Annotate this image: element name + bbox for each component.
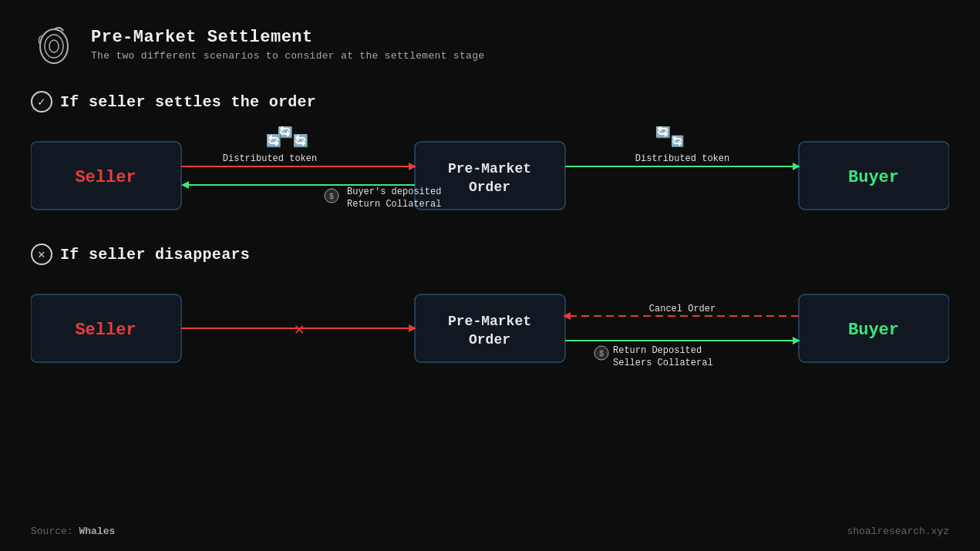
arrow3-label: Distributed token	[635, 153, 729, 164]
footer-source: Source: Whales	[31, 526, 115, 537]
order1-label: Pre-Market	[448, 161, 531, 176]
arrow2-label2: Return Collateral	[347, 199, 441, 210]
section-disappear: ✕ If seller disappears Seller Pre-Market…	[0, 244, 980, 379]
check-icon: ✓	[31, 91, 52, 113]
diagram1: Seller Pre-Market Order Buyer 🔄 🔄 🔄 Dist…	[31, 126, 949, 227]
x-mark: ✕	[294, 321, 304, 340]
order1-label2: Order	[469, 180, 510, 195]
buyer2-label: Buyer	[848, 321, 899, 340]
return-label2: Sellers Collateral	[613, 358, 713, 368]
svg-text:$: $	[329, 193, 334, 201]
token-icon3: 🔄	[266, 133, 281, 149]
section-settle: ✓ If seller settles the order Seller Pre…	[0, 91, 980, 227]
shell-icon	[31, 22, 77, 68]
svg-text:$: $	[599, 350, 604, 358]
seller1-label: Seller	[75, 168, 136, 187]
footer-brand: shoalresearch.xyz	[847, 526, 949, 537]
x-icon: ✕	[31, 244, 52, 265]
arrow1-label: Distributed token	[223, 153, 317, 164]
svg-point-2	[49, 40, 59, 52]
arrow2-label: Buyer's deposited	[347, 186, 441, 197]
token-icon5: 🔄	[671, 135, 685, 148]
header: Pre-Market Settlement The two different …	[0, 0, 980, 83]
token-icon2: 🔄	[293, 133, 308, 149]
order2-label2: Order	[469, 332, 510, 348]
buyer1-label: Buyer	[848, 168, 899, 187]
cancel-label: Cancel Order	[649, 304, 716, 314]
seller2-label: Seller	[75, 321, 136, 340]
svg-marker-9	[181, 181, 189, 189]
order2-label: Pre-Market	[448, 314, 531, 329]
source-name: Whales	[79, 526, 115, 537]
section1-title: ✓ If seller settles the order	[31, 91, 949, 113]
page-title: Pre-Market Settlement	[91, 28, 484, 47]
token-icon4: 🔄	[655, 126, 671, 139]
diagram2: Seller Pre-Market Order Buyer ✕ Cancel O…	[31, 279, 949, 379]
return-label: Return Deposited	[613, 345, 702, 356]
footer: Source: Whales shoalresearch.xyz	[31, 526, 949, 537]
section2-title: ✕ If seller disappears	[31, 244, 949, 265]
header-text: Pre-Market Settlement The two different …	[91, 28, 484, 62]
svg-point-1	[45, 35, 63, 58]
page-subtitle: The two different scenarios to consider …	[91, 50, 484, 62]
